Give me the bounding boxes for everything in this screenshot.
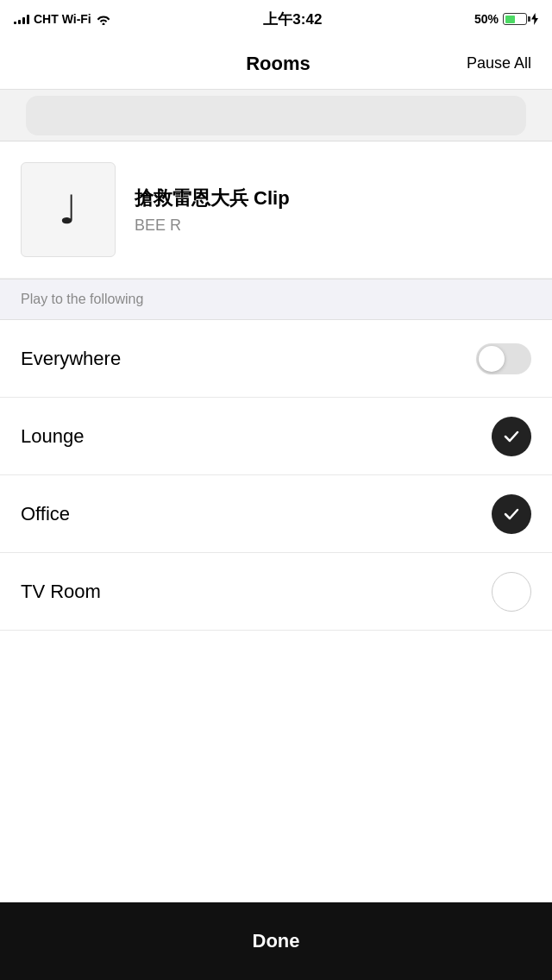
room-label-lounge: Lounge xyxy=(21,425,84,448)
top-card-collapsed xyxy=(26,96,526,135)
track-artist: BEE R xyxy=(135,217,290,235)
wifi-icon xyxy=(96,13,111,25)
battery-icon xyxy=(503,13,527,25)
pause-all-button[interactable]: Pause All xyxy=(467,54,531,72)
room-item-lounge[interactable]: Lounge xyxy=(0,398,552,475)
checkmark-icon xyxy=(501,504,522,525)
status-left: CHT Wi-Fi xyxy=(14,12,111,26)
nav-bar: Rooms Pause All xyxy=(0,38,552,90)
now-playing-card: ♩ 搶救雷恩大兵 Clip BEE R xyxy=(0,141,552,279)
signal-icon xyxy=(14,14,29,24)
time-label: 3:42 xyxy=(292,11,322,28)
toggle-knob xyxy=(479,346,505,372)
album-art: ♩ xyxy=(21,162,116,257)
top-card-area xyxy=(0,90,552,141)
office-check[interactable] xyxy=(492,494,531,534)
room-item-everywhere[interactable]: Everywhere xyxy=(0,320,552,398)
track-title: 搶救雷恩大兵 Clip xyxy=(135,185,290,211)
track-info: 搶救雷恩大兵 Clip BEE R xyxy=(135,185,290,235)
tvroom-check-empty[interactable] xyxy=(492,572,531,612)
section-header-text: Play to the following xyxy=(21,292,143,306)
room-item-office[interactable]: Office xyxy=(0,475,552,553)
room-label-tvroom: TV Room xyxy=(21,581,101,603)
bottom-bar: Done xyxy=(0,902,552,980)
room-label-office: Office xyxy=(21,503,70,525)
room-item-tvroom[interactable]: TV Room xyxy=(0,553,552,631)
checkmark-icon xyxy=(501,426,522,447)
status-bar: CHT Wi-Fi 上午3:42 50% xyxy=(0,0,552,38)
done-button[interactable]: Done xyxy=(253,930,300,952)
status-time: 上午3:42 xyxy=(263,9,322,29)
period-label: 上午 xyxy=(263,11,292,28)
charging-icon xyxy=(531,13,538,25)
battery-percent-label: 50% xyxy=(474,12,499,26)
lounge-check[interactable] xyxy=(492,417,531,456)
music-note-icon: ♩ xyxy=(59,186,78,233)
carrier-label: CHT Wi-Fi xyxy=(34,12,91,26)
room-label-everywhere: Everywhere xyxy=(21,348,121,370)
status-right: 50% xyxy=(474,12,538,26)
nav-title: Rooms xyxy=(246,53,310,75)
section-header: Play to the following xyxy=(0,279,552,320)
everywhere-toggle[interactable] xyxy=(476,343,531,374)
